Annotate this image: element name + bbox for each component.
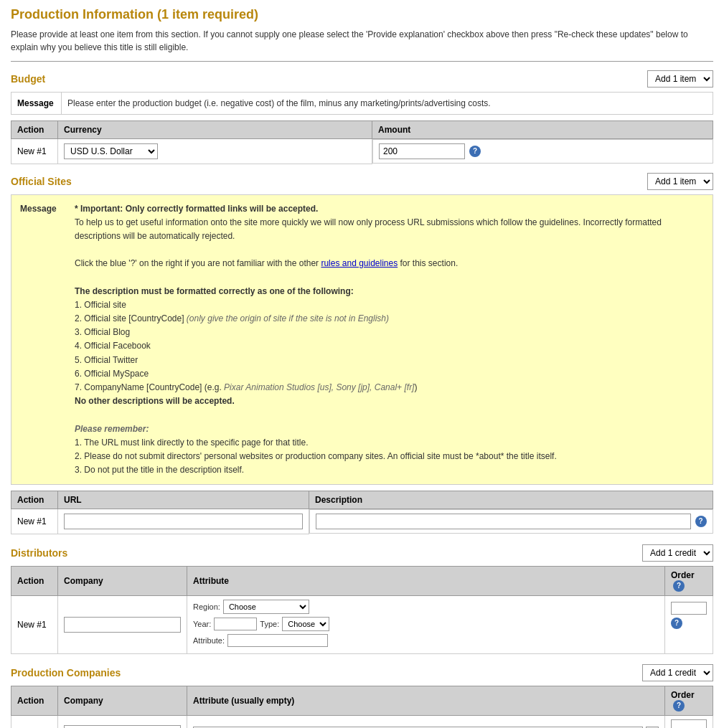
dist-row-help-icon[interactable]: ? bbox=[671, 618, 682, 629]
distributors-title: Distributors bbox=[11, 547, 67, 559]
pc-order-cell: ? bbox=[665, 715, 713, 728]
os-desc-cell: ? bbox=[309, 509, 713, 534]
budget-section-header: Budget Add 1 item bbox=[11, 70, 713, 88]
dist-order-help-icon[interactable]: ? bbox=[673, 580, 685, 592]
os-desc-input[interactable] bbox=[316, 514, 691, 529]
official-sites-message-content: * Important: Only correctly formatted li… bbox=[75, 202, 704, 478]
important-note: * Important: Only correctly formatted li… bbox=[75, 202, 704, 216]
budget-currency-cell: USD U.S. Dollar EUR Euro GBP British Pou… bbox=[58, 139, 372, 164]
pc-row: New #1 ⇥ ? bbox=[11, 715, 713, 728]
prod-companies-table: Action Company Attribute (usually empty)… bbox=[11, 686, 713, 728]
page-container: Production Information (1 item required)… bbox=[0, 0, 724, 728]
budget-col-currency: Currency bbox=[58, 121, 372, 139]
pc-order-help-icon[interactable]: ? bbox=[673, 700, 685, 712]
pc-company-cell bbox=[58, 715, 187, 728]
budget-message-body: Please enter the production budget (i.e.… bbox=[62, 93, 713, 114]
budget-message-row: Message Please enter the production budg… bbox=[11, 92, 713, 115]
pc-col-attribute: Attribute (usually empty) bbox=[187, 686, 665, 715]
dist-attribute-row: Attribute: bbox=[193, 634, 659, 647]
dist-type-label: Type: bbox=[260, 620, 279, 628]
os-fmt-2: 2. Official site [CountryCode] (only giv… bbox=[75, 312, 704, 326]
pc-col-action: Action bbox=[11, 686, 58, 715]
top-divider bbox=[11, 61, 713, 62]
pc-order-input[interactable] bbox=[671, 719, 707, 728]
dist-company-cell bbox=[58, 595, 187, 653]
prod-companies-add-control: Add 1 credit bbox=[642, 664, 713, 681]
os-fmt-6: 6. Official MySpace bbox=[75, 367, 704, 381]
dist-attr-cell: Region: Choose Year: Type: Choose bbox=[187, 595, 665, 653]
os-fmt-3: 3. Official Blog bbox=[75, 326, 704, 339]
pc-action-cell: New #1 bbox=[11, 715, 58, 728]
budget-add-control: Add 1 item bbox=[647, 70, 713, 88]
os-no-other: No other descriptions will be accepted. bbox=[75, 394, 704, 408]
official-sites-section-header: Official Sites Add 1 item bbox=[11, 173, 713, 190]
pc-col-company: Company bbox=[58, 686, 187, 715]
official-sites-title: Official Sites bbox=[11, 176, 72, 187]
dist-col-attribute: Attribute bbox=[187, 566, 665, 595]
distributors-add-select[interactable]: Add 1 credit bbox=[642, 544, 713, 562]
dist-col-order: Order ? bbox=[665, 566, 713, 595]
os-format-title: The description must be formatted correc… bbox=[75, 285, 704, 298]
os-col-url: URL bbox=[58, 491, 309, 509]
page-title: Production Information (1 item required) bbox=[11, 7, 713, 22]
pc-company-input[interactable] bbox=[64, 725, 181, 728]
os-action-cell: New #1 bbox=[11, 509, 58, 534]
os-url-cell bbox=[58, 509, 309, 534]
dist-order-input[interactable] bbox=[671, 602, 707, 615]
dist-year-input[interactable] bbox=[214, 618, 257, 630]
distributors-table: Action Company Attribute Order ? New #1 … bbox=[11, 566, 713, 654]
dist-region-row: Region: Choose bbox=[193, 600, 659, 614]
os-url-input[interactable] bbox=[64, 514, 303, 529]
os-fmt-7: 7. CompanyName [CountryCode] (e.g. Pixar… bbox=[75, 381, 704, 394]
os-rem-3: 3. Do not put the title in the descripti… bbox=[75, 463, 704, 477]
official-sites-add-control: Add 1 item bbox=[647, 173, 713, 190]
budget-title: Budget bbox=[11, 73, 45, 85]
page-subtitle: Please provide at least one item from th… bbox=[11, 28, 713, 54]
os-remember: Please remember: bbox=[75, 422, 704, 436]
dist-row: New #1 Region: Choose Year: Type: bbox=[11, 595, 713, 653]
dist-region-select[interactable]: Choose bbox=[223, 600, 309, 614]
dist-attribute-input[interactable] bbox=[227, 634, 328, 647]
official-sites-add-select[interactable]: Add 1 item bbox=[647, 173, 713, 190]
os-msg-2: Click the blue '?' on the right if you a… bbox=[75, 257, 704, 270]
prod-companies-title: Production Companies bbox=[11, 667, 121, 679]
dist-action-cell: New #1 bbox=[11, 595, 58, 653]
budget-row: New #1 USD U.S. Dollar EUR Euro GBP Brit… bbox=[11, 139, 713, 164]
pc-col-order: Order ? bbox=[665, 686, 713, 715]
budget-amount-cell: ? bbox=[372, 139, 713, 164]
distributors-add-control: Add 1 credit bbox=[642, 544, 713, 562]
os-col-action: Action bbox=[11, 491, 58, 509]
official-sites-message-row: Message * Important: Only correctly form… bbox=[20, 202, 704, 478]
dist-region-label: Region: bbox=[193, 602, 220, 611]
os-msg-1: To help us to get useful information ont… bbox=[75, 216, 704, 243]
official-sites-message-box: Message * Important: Only correctly form… bbox=[11, 194, 713, 486]
budget-col-amount: Amount bbox=[372, 121, 713, 139]
dist-year-label: Year: bbox=[193, 620, 211, 628]
os-help-icon[interactable]: ? bbox=[695, 516, 707, 527]
dist-col-company: Company bbox=[58, 566, 187, 595]
dist-attribute-label: Attribute: bbox=[193, 636, 225, 645]
budget-amount-input[interactable] bbox=[379, 143, 465, 159]
distributors-section-header: Distributors Add 1 credit bbox=[11, 544, 713, 562]
dist-order-cell: ? bbox=[665, 595, 713, 653]
official-sites-table: Action URL Description New #1 ? bbox=[11, 491, 713, 534]
os-row: New #1 ? bbox=[11, 509, 713, 534]
prod-companies-section-header: Production Companies Add 1 credit bbox=[11, 664, 713, 681]
dist-year-type-row: Year: Type: Choose bbox=[193, 617, 659, 631]
budget-col-action: Action bbox=[11, 121, 58, 139]
dist-col-action: Action bbox=[11, 566, 58, 595]
budget-help-icon[interactable]: ? bbox=[469, 146, 481, 157]
prod-companies-add-select[interactable]: Add 1 credit bbox=[642, 664, 713, 681]
os-col-description: Description bbox=[309, 491, 713, 509]
budget-table: Action Currency Amount New #1 USD U.S. D… bbox=[11, 120, 713, 164]
os-fmt-4: 4. Official Facebook bbox=[75, 339, 704, 353]
budget-add-select[interactable]: Add 1 item bbox=[647, 70, 713, 88]
rules-guidelines-link[interactable]: rules and guidelines bbox=[321, 258, 398, 268]
os-rem-1: 1. The URL must link directly to the spe… bbox=[75, 436, 704, 450]
budget-message-label: Message bbox=[11, 93, 62, 114]
dist-company-input[interactable] bbox=[64, 617, 181, 633]
official-sites-message-label: Message bbox=[20, 202, 70, 478]
dist-type-select[interactable]: Choose bbox=[282, 617, 329, 631]
budget-action-cell: New #1 bbox=[11, 139, 58, 164]
budget-currency-select[interactable]: USD U.S. Dollar EUR Euro GBP British Pou… bbox=[64, 143, 158, 159]
